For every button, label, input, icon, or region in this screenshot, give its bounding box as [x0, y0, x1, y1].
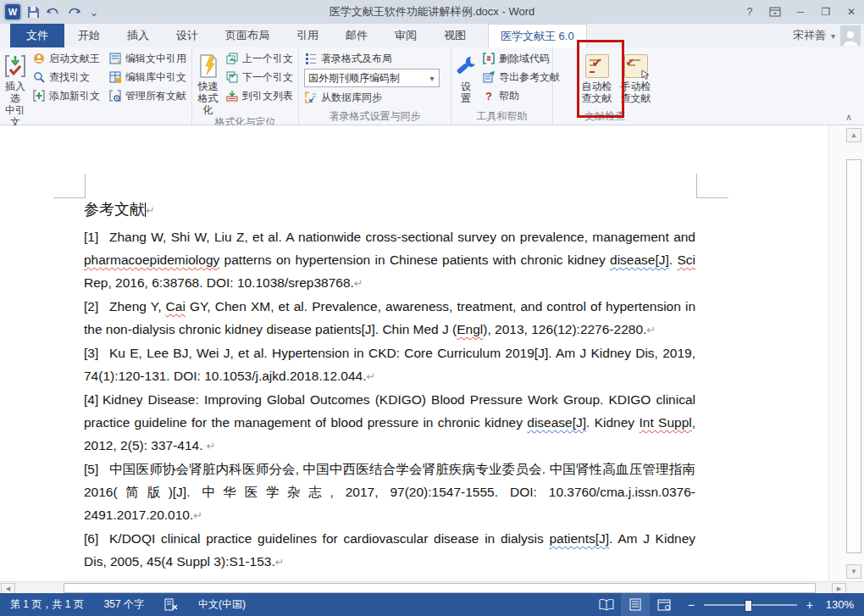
zoom-slider-thumb[interactable]	[745, 600, 752, 612]
tab-insert[interactable]: 插入	[114, 24, 163, 47]
tab-review[interactable]: 审阅	[381, 24, 430, 47]
group-label-reference-check: 文献检查	[553, 110, 656, 125]
scroll-down-button[interactable]: ▼	[846, 564, 861, 579]
tab-view[interactable]: 视图	[430, 24, 479, 47]
minimize-button[interactable]: ─	[788, 0, 813, 24]
language-indicator[interactable]: 中文(中国)	[188, 593, 256, 616]
add-citation-icon	[32, 89, 46, 103]
edit-intext-citation-button[interactable]: 编辑文中引用	[106, 49, 189, 68]
citation-style-dropdown-icon[interactable]: ▾	[425, 74, 439, 83]
scroll-right-icon: ▶	[837, 585, 841, 592]
edit-library-citation-button[interactable]: 编辑库中引文	[106, 68, 189, 86]
find-citation-button[interactable]: 查找引文	[30, 68, 102, 86]
horizontal-scrollbar[interactable]: ◀ ▶	[0, 581, 864, 593]
launch-refking-icon	[32, 52, 46, 65]
print-layout-button[interactable]	[621, 593, 650, 616]
reference-item-2: [2]Zheng Y, Cai GY, Chen XM, et al. Prev…	[84, 295, 695, 341]
quick-format-button[interactable]: 快速 格式化	[195, 49, 221, 116]
page-indicator[interactable]: 第 1 页，共 1 页	[0, 593, 94, 616]
scroll-up-icon: ▲	[850, 131, 857, 139]
reference-number: [3]	[84, 341, 109, 364]
vertical-scrollbar[interactable]: ▲ ▼	[828, 125, 864, 581]
settings-button[interactable]: 设 置	[454, 49, 478, 104]
settings-wrench-icon	[454, 52, 478, 80]
proofing-status-icon[interactable]	[154, 593, 188, 616]
close-button[interactable]: ✕	[839, 0, 864, 24]
manual-check-references-button[interactable]: ✔ 手动检 查文献	[618, 49, 654, 104]
save-icon[interactable]	[25, 4, 41, 19]
qat-customize-icon[interactable]: ⌄	[86, 4, 102, 19]
auto-check-references-button[interactable]: ✔ 自动检 查文献	[579, 49, 615, 104]
document-canvas[interactable]: 参考文献↵ [1]Zhang W, Shi W, Liu Z, et al. A…	[0, 125, 828, 581]
zoom-slider[interactable]: − +	[678, 598, 822, 612]
help-button-ribbon[interactable]: ? 帮助	[479, 86, 562, 105]
delete-field-codes-button[interactable]: 删除域代码	[479, 49, 562, 68]
reference-number: [6]	[84, 527, 109, 550]
document-text: 参考文献↵ [1]Zhang W, Shi W, Liu Z, et al. A…	[84, 197, 695, 574]
quick-format-label-2: 格式化	[195, 92, 221, 116]
manage-references-icon	[108, 89, 122, 103]
tab-references[interactable]: 引用	[283, 24, 332, 47]
auto-check-icon: ✔	[585, 52, 609, 80]
maximize-button[interactable]: ❐	[813, 0, 839, 24]
help-button[interactable]: ?	[737, 0, 762, 24]
paragraph-mark-icon: ↵	[193, 509, 202, 522]
window-controls: ? ─ ❐ ✕	[737, 0, 864, 24]
horizontal-scroll-thumb[interactable]	[64, 583, 816, 593]
undo-icon[interactable]	[46, 4, 61, 19]
help-label: 帮助	[499, 89, 519, 103]
insert-citation-label-1: 插入选	[3, 80, 28, 104]
goto-citation-list-button[interactable]: 到引文列表	[223, 86, 296, 105]
references-heading: 参考文献↵	[84, 197, 695, 224]
window-title: 医学文献王软件功能讲解样例.docx - Word	[0, 4, 864, 19]
user-dropdown-icon[interactable]: ▾	[831, 31, 835, 41]
tab-design[interactable]: 设计	[163, 24, 212, 47]
style-and-layout-label: 著录格式及布局	[321, 52, 392, 66]
sync-from-database-button[interactable]: 从数据库同步	[302, 88, 448, 107]
settings-label-2: 置	[461, 92, 471, 104]
vertical-scroll-thumb[interactable]	[846, 159, 861, 553]
user-avatar[interactable]	[840, 25, 861, 46]
collapse-ribbon-icon[interactable]: ∧	[845, 112, 852, 123]
next-citation-button[interactable]: 下一个引文	[223, 68, 296, 86]
margin-corner-mark-left	[53, 174, 86, 198]
zoom-level[interactable]: 130%	[822, 598, 864, 611]
insert-citation-label-2: 中引文	[3, 104, 28, 128]
previous-citation-button[interactable]: 上一个引文	[223, 49, 296, 68]
tab-file[interactable]: 文件	[10, 24, 64, 47]
launch-refking-button[interactable]: 启动文献王	[30, 49, 102, 68]
citation-style-dropdown[interactable]: 国外期刊顺序编码制 ▾	[304, 69, 440, 87]
manage-all-references-button[interactable]: 管理所有文献	[106, 86, 189, 105]
launch-refking-label: 启动文献王	[49, 52, 100, 66]
word-count[interactable]: 357 个字	[94, 593, 154, 616]
scroll-up-button[interactable]: ▲	[846, 128, 861, 142]
group-label-style-sync: 著录格式设置与同步	[299, 110, 451, 125]
redo-icon[interactable]	[66, 4, 81, 19]
insert-selected-citation-button[interactable]: 插入选 中引文	[3, 49, 28, 128]
zoom-in-button[interactable]: +	[804, 598, 816, 612]
ribbon-display-options-button[interactable]	[762, 0, 788, 24]
web-layout-button[interactable]	[650, 593, 678, 616]
tab-medref-king[interactable]: 医学文献王 6.0	[488, 24, 587, 47]
quick-access-toolbar: W ⌄	[0, 4, 102, 19]
tab-home[interactable]: 开始	[64, 24, 114, 47]
read-mode-button[interactable]	[592, 593, 621, 616]
add-new-citation-button[interactable]: 添加新引文	[30, 86, 102, 105]
reference-item-4: [4]Kidney Disease: Improving Global Outc…	[84, 388, 695, 458]
style-and-layout-button[interactable]: 著录格式及布局	[302, 49, 448, 68]
style-layout-icon	[304, 52, 318, 65]
ribbon-tab-row: 文件 开始 插入 设计 页面布局 引用 邮件 审阅 视图 医学文献王 6.0 宋…	[0, 24, 864, 47]
zoom-out-button[interactable]: −	[685, 598, 697, 612]
user-name: 宋祥善	[793, 28, 826, 43]
tab-mailings[interactable]: 邮件	[332, 24, 381, 47]
user-account-area[interactable]: 宋祥善 ▾	[793, 24, 864, 47]
manual-check-label-1: 手动检	[621, 80, 651, 92]
export-references-button[interactable]: 导出参考文献	[479, 68, 562, 86]
edit-library-citation-label: 编辑库中引文	[125, 70, 186, 85]
zoom-slider-track[interactable]	[704, 604, 797, 606]
word-app-icon[interactable]: W	[5, 4, 20, 19]
tab-page-layout[interactable]: 页面布局	[212, 24, 283, 47]
reference-number: [2]	[84, 295, 109, 318]
add-new-citation-label: 添加新引文	[49, 89, 100, 103]
group-tools-help: 设 置 删除域代码 导出参考文献 ? 帮助	[451, 47, 553, 125]
